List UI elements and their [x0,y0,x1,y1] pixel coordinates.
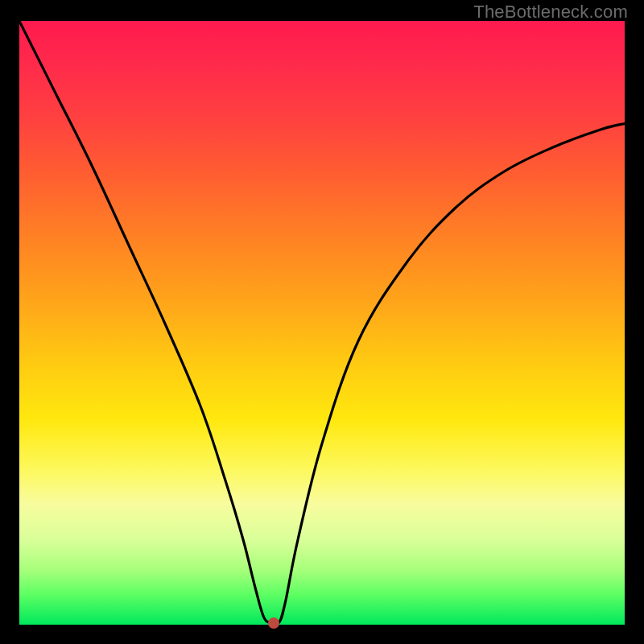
chart-frame: TheBottleneck.com [0,0,644,644]
watermark-text: TheBottleneck.com [473,2,628,23]
optimal-point-marker [268,617,279,629]
curve-path [19,21,625,624]
bottleneck-curve [19,21,625,625]
plot-area [19,21,625,625]
